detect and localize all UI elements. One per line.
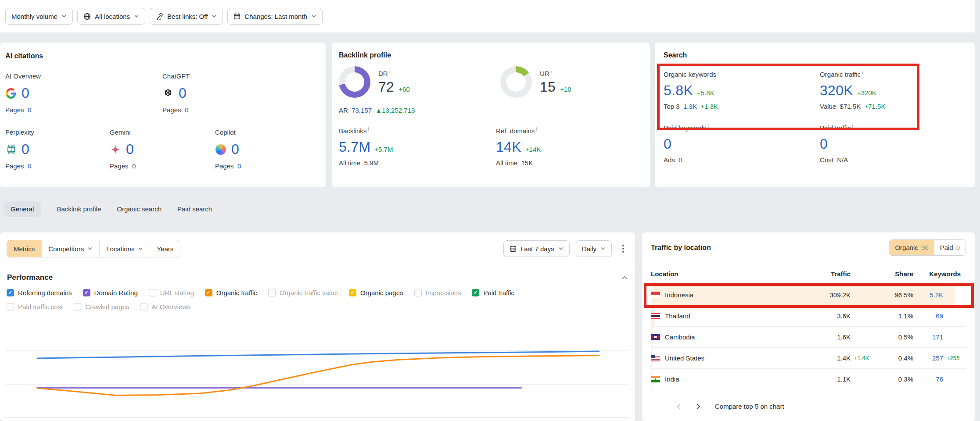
pages-count-link[interactable]: 0 [132, 162, 136, 170]
checkbox-icon [74, 303, 81, 310]
gemini-value: 0 [126, 141, 134, 157]
checkbox-ai-overviews[interactable]: AI Overviews [140, 303, 190, 310]
checkbox-icon: ✓ [83, 289, 90, 296]
collapse-chevron-up-icon[interactable] [621, 274, 628, 281]
table-row-thailand[interactable]: Thailand 3.6K 1.1% 69 [651, 305, 966, 326]
checkbox-organic-traffic-value[interactable]: Organic traffic value [268, 289, 338, 296]
info-icon[interactable]: i [862, 70, 863, 75]
info-icon[interactable]: i [389, 69, 390, 74]
paid-traffic-block: Paid traffici 0 Cost N/A [820, 123, 853, 164]
location-table-header: Location Traffic Share Keywords [651, 263, 966, 284]
changes-dropdown[interactable]: Changes: Last month [227, 8, 323, 25]
ar-value-link[interactable]: 73,157 [352, 107, 372, 114]
chatgpt-icon [162, 88, 174, 99]
tab-paid-search[interactable]: Paid search [177, 201, 212, 217]
years-tab[interactable]: Years [150, 240, 180, 257]
checkbox-domain-rating[interactable]: ✓Domain Rating [83, 289, 138, 296]
traffic-value: 1.1K [798, 375, 851, 383]
chevron-down-icon [558, 246, 564, 251]
ref-domains-label: Ref. domainsi [496, 126, 541, 135]
paid-traffic-value[interactable]: 0 [820, 136, 828, 152]
table-row-india[interactable]: India 1.1K 0.3% 76 [651, 368, 966, 389]
tab-general[interactable]: General [4, 201, 41, 217]
info-icon[interactable]: i [368, 126, 369, 132]
checkbox-paid-traffic[interactable]: ✓Paid traffic [472, 289, 514, 296]
gemini-label: Gemini [110, 128, 215, 136]
checkbox-referring-domains[interactable]: ✓Referring domains [7, 289, 72, 296]
monthly-volume-dropdown[interactable]: Monthly volume [5, 8, 73, 25]
domain-rating-block: DRi 72 +60 AR 73,157 ▲13,252,713 [339, 66, 500, 114]
checkbox-organic-traffic[interactable]: ✓Organic traffic [205, 289, 257, 296]
calendar-icon [233, 13, 241, 20]
keywords-link[interactable]: 171 [913, 333, 943, 341]
info-icon[interactable]: i [718, 70, 718, 75]
backlinks-value[interactable]: 5.7M [339, 139, 370, 155]
backlinks-block: Backlinksi 5.7M +5.7M All time 5.9M [339, 126, 496, 167]
keywords-link[interactable]: 69 [913, 312, 943, 320]
top3-delta: +1.3K [700, 103, 718, 110]
keywords-link[interactable]: 76 [913, 375, 943, 383]
tab-backlink-profile[interactable]: Backlink profile [57, 201, 101, 217]
traffic-by-location-card: Traffic by location Organic90 Paid0 Loca… [642, 232, 975, 421]
ahrefs-rank-line: AR 73,157 ▲13,252,713 [339, 107, 500, 114]
pages-count-link[interactable]: 0 [237, 162, 241, 170]
ar-label: AR [339, 107, 348, 114]
checkbox-url-rating[interactable]: URL Rating [149, 289, 194, 296]
organic-keywords-value[interactable]: 5.8K [664, 82, 693, 99]
paid-keywords-value[interactable]: 0 [664, 136, 671, 152]
checkbox-paid-traffic-cost[interactable]: Paid traffic cost [7, 303, 63, 310]
cost-value: N/A [837, 156, 848, 164]
granularity-dropdown[interactable]: Daily [576, 240, 612, 257]
metrics-tab[interactable]: Metrics [7, 240, 41, 257]
info-icon[interactable]: i [708, 123, 709, 128]
checkbox-crawled-pages[interactable]: Crawled pages [74, 303, 129, 310]
cost-label: Cost [820, 156, 833, 164]
info-icon[interactable]: i [852, 123, 853, 128]
keywords-link[interactable]: 257 [913, 354, 943, 362]
pages-count-link[interactable]: 0 [185, 106, 188, 114]
performance-line-chart[interactable] [0, 331, 635, 421]
traffic-by-location-title: Traffic by location [651, 244, 711, 252]
top3-value-link[interactable]: 1.3K [683, 103, 697, 110]
chevron-down-icon [600, 246, 606, 251]
tab-organic-search[interactable]: Organic search [117, 201, 162, 217]
more-options-kebab-menu[interactable] [618, 242, 628, 255]
location-name: Thailand [665, 312, 690, 320]
perplexity-label: Perplexity [5, 128, 110, 136]
keywords-link[interactable]: 5.2K [913, 291, 943, 299]
ads-value-link[interactable]: 0 [678, 156, 682, 164]
organic-toggle-option[interactable]: Organic90 [889, 240, 934, 255]
organic-traffic-value[interactable]: 320K [820, 82, 853, 99]
locations-dropdown[interactable]: Locations [99, 240, 150, 257]
location-name: Cambodia [665, 333, 695, 341]
previous-page-chevron-left-icon[interactable] [669, 403, 689, 410]
checkbox-organic-pages[interactable]: ✓Organic pages [349, 289, 403, 296]
globe-icon [83, 13, 91, 20]
checkbox-impressions[interactable]: Impressions [414, 289, 461, 296]
ref-domains-value[interactable]: 14K [496, 139, 521, 155]
compare-top5-label[interactable]: Compare top 5 on chart [715, 403, 784, 410]
info-icon[interactable]: i [551, 69, 552, 74]
granularity-label: Daily [582, 245, 596, 253]
date-range-dropdown[interactable]: Last 7 days [503, 240, 570, 257]
info-icon[interactable]: i [536, 126, 537, 132]
copilot-icon [215, 144, 226, 155]
table-row-indonesia[interactable]: Indonesia 309.2K 96.5% 5.2K [651, 284, 966, 305]
chevron-down-icon [134, 14, 139, 19]
table-row-cambodia[interactable]: Cambodia 1.6K 0.5% 171 [651, 326, 966, 347]
locations-filter-dropdown[interactable]: All locations [77, 8, 145, 25]
ahrefs-domain-overview-dashboard: Monthly volume All locations Best links:… [0, 0, 980, 421]
pages-count-link[interactable]: 0 [28, 162, 31, 170]
backlinks-delta: +5.7M [374, 146, 393, 153]
next-page-chevron-right-icon[interactable] [689, 403, 708, 410]
competitors-dropdown[interactable]: Competitors [41, 240, 99, 257]
pages-count-link[interactable]: 0 [28, 106, 31, 114]
best-links-dropdown[interactable]: Best links: Off [150, 8, 223, 25]
info-icon[interactable]: i [44, 51, 45, 57]
value-delta: +71.5K [865, 103, 886, 110]
india-flag [651, 376, 660, 382]
table-row-united-states[interactable]: United States 1.4K +1.4K 0.4% 257 +255 [651, 347, 966, 368]
traffic-value: 3.6K [798, 312, 851, 320]
link-icon [156, 13, 163, 20]
paid-toggle-option[interactable]: Paid0 [934, 240, 966, 255]
